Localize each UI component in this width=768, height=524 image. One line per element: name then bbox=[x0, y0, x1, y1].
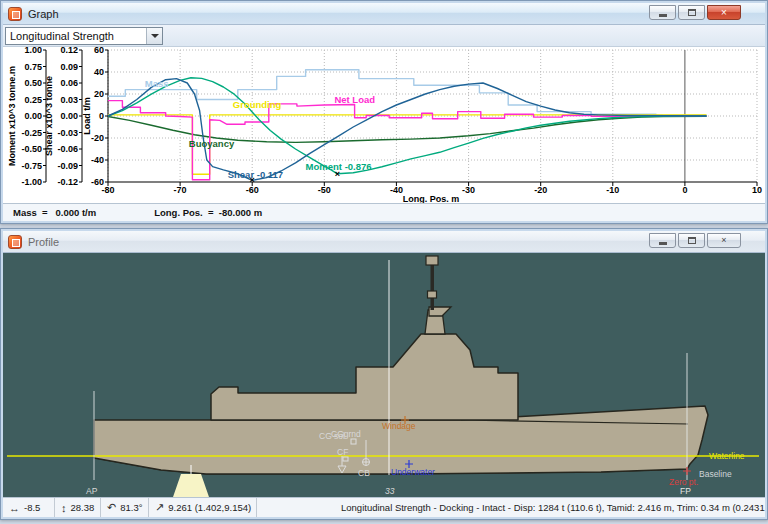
svg-text:-0.03: -0.03 bbox=[57, 128, 78, 138]
maximize-button[interactable] bbox=[678, 5, 705, 20]
svg-text:Shear x10^3 tonne: Shear x10^3 tonne bbox=[44, 76, 54, 156]
profile-statusbar: ↔-8.5↕28.38↶81.3°↗9.261 (1.402,9.154) Lo… bbox=[3, 497, 765, 517]
maximize-icon bbox=[688, 9, 696, 16]
status-message-text: Longitudinal Strength - Docking - Intact… bbox=[341, 502, 765, 513]
svg-text:-0.09: -0.09 bbox=[57, 161, 78, 171]
analysis-status-message: Longitudinal Strength - Docking - Intact… bbox=[257, 498, 765, 517]
profile-label-cf: CF bbox=[337, 447, 348, 457]
close-button[interactable]: × bbox=[707, 5, 741, 20]
status-cell-value: 28.38 bbox=[71, 502, 95, 513]
svg-text:Load t/m: Load t/m bbox=[82, 97, 92, 135]
svg-text:0.00: 0.00 bbox=[60, 111, 78, 121]
ship-profile-drawing: CG solCGgrndCFCBAP33WindageUnderwaterWat… bbox=[3, 253, 763, 497]
minimize-icon bbox=[659, 14, 667, 17]
graph-titlebar[interactable]: Graph × bbox=[3, 3, 765, 25]
dropdown-arrow-icon[interactable] bbox=[146, 28, 162, 44]
profile-label-waterline: Waterline bbox=[709, 451, 745, 461]
pan-horizontal-icon: ↔ bbox=[9, 502, 20, 514]
svg-text:-50: -50 bbox=[318, 185, 331, 195]
graph-window: Graph × Longitudinal Strength -80-70-60-… bbox=[0, 0, 768, 224]
maximize-icon bbox=[688, 237, 696, 244]
graph-window-title: Graph bbox=[28, 8, 59, 20]
status-cell-value: -8.5 bbox=[24, 502, 40, 513]
rotate-icon: ↶ bbox=[107, 501, 116, 514]
profile-titlebar[interactable]: Profile × bbox=[3, 231, 765, 253]
svg-text:-0.25: -0.25 bbox=[21, 128, 42, 138]
svg-text:-0.75: -0.75 bbox=[21, 161, 42, 171]
svg-text:0.09: 0.09 bbox=[60, 62, 78, 72]
mass-readout: Mass = 0.000 t/m bbox=[13, 207, 96, 218]
graph-type-value: Longitudinal Strength bbox=[6, 30, 146, 42]
svg-text:-0.50: -0.50 bbox=[21, 144, 42, 154]
svg-text:Net Load: Net Load bbox=[334, 94, 375, 105]
graph-plot-area: -80-70-60-50-40-30-20-10010Long. Pos. m1… bbox=[3, 47, 765, 203]
minimize-button[interactable] bbox=[649, 233, 676, 248]
close-button[interactable]: × bbox=[707, 233, 741, 248]
svg-text:Long. Pos. m: Long. Pos. m bbox=[403, 194, 460, 203]
svg-text:-30: -30 bbox=[462, 185, 475, 195]
minimize-icon bbox=[659, 242, 667, 245]
app-icon bbox=[8, 235, 22, 249]
svg-text:-60: -60 bbox=[246, 185, 259, 195]
graph-type-select[interactable]: Longitudinal Strength bbox=[5, 27, 163, 45]
svg-text:-10: -10 bbox=[606, 185, 619, 195]
minimize-button[interactable] bbox=[649, 5, 676, 20]
graph-statusbar: Mass = 0.000 t/m Long. Pos. = -80.000 m bbox=[3, 203, 765, 221]
svg-text:-1.00: -1.00 bbox=[21, 177, 42, 187]
svg-text:0: 0 bbox=[682, 185, 687, 195]
svg-text:0.75: 0.75 bbox=[24, 62, 42, 72]
svg-text:60: 60 bbox=[94, 47, 104, 55]
profile-label-windage: Windage bbox=[382, 421, 416, 431]
profile-label-cb: CB bbox=[358, 468, 370, 478]
svg-text:0.12: 0.12 bbox=[60, 47, 78, 55]
svg-text:×: × bbox=[250, 175, 255, 185]
pan-vertical-icon: ↕ bbox=[61, 502, 67, 514]
svg-text:1.00: 1.00 bbox=[24, 47, 42, 55]
svg-text:-40: -40 bbox=[390, 185, 403, 195]
svg-text:10: 10 bbox=[752, 185, 762, 195]
svg-text:40: 40 bbox=[94, 67, 104, 77]
app-icon bbox=[8, 7, 22, 21]
svg-text:-0.06: -0.06 bbox=[57, 144, 78, 154]
status-cell-3: ↗9.261 (1.402,9.154) bbox=[149, 498, 257, 517]
profile-label-cg_grnd: CGgrnd bbox=[331, 429, 361, 439]
status-cell-value: 9.261 (1.402,9.154) bbox=[168, 502, 251, 513]
svg-text:0.25: 0.25 bbox=[24, 95, 42, 105]
svg-text:0.03: 0.03 bbox=[60, 95, 78, 105]
status-cell-2: ↶81.3° bbox=[101, 498, 149, 517]
profile-label-ap: AP bbox=[86, 486, 98, 496]
profile-label-baseline: Baseline bbox=[699, 469, 732, 479]
status-cell-0: ↔-8.5 bbox=[3, 498, 55, 517]
svg-text:0.00: 0.00 bbox=[24, 111, 42, 121]
svg-text:-20: -20 bbox=[534, 185, 547, 195]
profile-window-title: Profile bbox=[28, 236, 59, 248]
svg-text:Moment x10^3 tonne.m: Moment x10^3 tonne.m bbox=[7, 66, 17, 166]
svg-text:-70: -70 bbox=[174, 185, 187, 195]
svg-text:-0.12: -0.12 bbox=[57, 177, 78, 187]
graph-toolbar: Longitudinal Strength bbox=[3, 25, 765, 47]
profile-label-station: 33 bbox=[385, 486, 395, 496]
svg-text:0: 0 bbox=[99, 111, 104, 121]
profile-label-underwater: Underwater bbox=[391, 467, 435, 477]
svg-text:0.06: 0.06 bbox=[60, 78, 78, 88]
status-cell-value: 81.3° bbox=[120, 502, 142, 513]
svg-text:-40: -40 bbox=[91, 155, 104, 165]
diagonal-measure-icon: ↗ bbox=[155, 501, 164, 514]
longitudinal-strength-chart: -80-70-60-50-40-30-20-10010Long. Pos. m1… bbox=[3, 47, 765, 203]
svg-text:Mass: Mass bbox=[145, 78, 169, 89]
svg-text:-20: -20 bbox=[91, 133, 104, 143]
svg-text:Shear -0.117: Shear -0.117 bbox=[228, 169, 283, 180]
status-cell-1: ↕28.38 bbox=[55, 498, 101, 517]
svg-text:×: × bbox=[335, 169, 340, 179]
maximize-button[interactable] bbox=[678, 233, 705, 248]
profile-label-fp: FP bbox=[680, 486, 691, 496]
svg-text:-60: -60 bbox=[91, 177, 104, 187]
long-pos-readout: Long. Pos. = -80.000 m bbox=[154, 207, 262, 218]
svg-text:Grounding: Grounding bbox=[233, 99, 282, 110]
profile-view[interactable]: CG solCGgrndCFCBAP33WindageUnderwaterWat… bbox=[3, 253, 765, 497]
profile-window: Profile × CG solCGgrndCFCBAP33WindageUnd… bbox=[0, 228, 768, 520]
svg-text:20: 20 bbox=[94, 89, 104, 99]
svg-text:0.50: 0.50 bbox=[24, 78, 42, 88]
svg-text:Buoyancy: Buoyancy bbox=[189, 138, 235, 149]
